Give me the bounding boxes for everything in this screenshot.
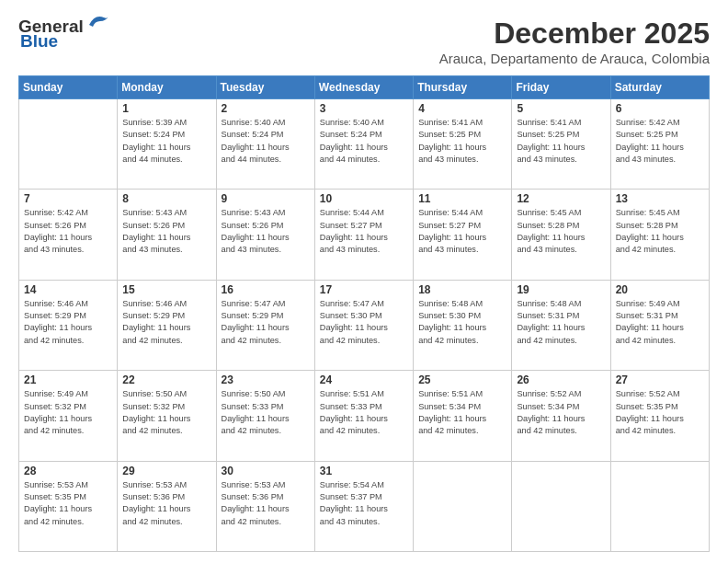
calendar-cell: 15Sunrise: 5:46 AMSunset: 5:29 PMDayligh… xyxy=(118,280,216,370)
cell-date: 23 xyxy=(222,373,310,386)
cell-daylight-line1: Daylight: 11 hours xyxy=(418,414,486,423)
calendar-cell: 19Sunrise: 5:48 AMSunset: 5:31 PMDayligh… xyxy=(512,280,610,370)
cell-daylight-line1: Daylight: 11 hours xyxy=(616,414,684,423)
cell-info: Sunrise: 5:51 AMSunset: 5:33 PMDaylight:… xyxy=(320,388,408,437)
cell-sunset: Sunset: 5:26 PM xyxy=(24,221,86,230)
cell-sunset: Sunset: 5:24 PM xyxy=(122,130,185,139)
cell-sunrise: Sunrise: 5:53 AM xyxy=(24,480,88,489)
cell-sunrise: Sunrise: 5:47 AM xyxy=(222,299,286,308)
cell-sunrise: Sunrise: 5:46 AM xyxy=(122,299,187,308)
cell-date: 9 xyxy=(222,192,310,205)
calendar-cell: 22Sunrise: 5:50 AMSunset: 5:32 PMDayligh… xyxy=(118,371,216,461)
cell-daylight-line1: Daylight: 11 hours xyxy=(517,233,585,242)
calendar-cell: 10Sunrise: 5:44 AMSunset: 5:27 PMDayligh… xyxy=(314,190,413,280)
cell-date: 31 xyxy=(320,465,408,477)
cell-daylight-line2: and 42 minutes. xyxy=(320,426,380,435)
cell-info: Sunrise: 5:49 AMSunset: 5:31 PMDaylight:… xyxy=(616,298,704,347)
cell-date: 2 xyxy=(222,102,310,115)
cell-info: Sunrise: 5:45 AMSunset: 5:28 PMDaylight:… xyxy=(517,207,605,256)
cell-date: 25 xyxy=(418,373,506,386)
calendar-cell: 24Sunrise: 5:51 AMSunset: 5:33 PMDayligh… xyxy=(314,371,413,461)
cell-info: Sunrise: 5:39 AMSunset: 5:24 PMDaylight:… xyxy=(122,117,210,166)
cell-daylight-line1: Daylight: 11 hours xyxy=(122,323,190,332)
cell-daylight-line2: and 43 minutes. xyxy=(418,155,478,164)
cell-sunrise: Sunrise: 5:48 AM xyxy=(517,299,581,308)
cell-sunrise: Sunrise: 5:41 AM xyxy=(418,118,483,127)
cell-sunset: Sunset: 5:37 PM xyxy=(320,492,382,501)
cell-sunset: Sunset: 5:29 PM xyxy=(222,311,284,320)
cell-sunset: Sunset: 5:34 PM xyxy=(517,402,579,411)
calendar-cell: 7Sunrise: 5:42 AMSunset: 5:26 PMDaylight… xyxy=(19,190,118,280)
cell-daylight-line1: Daylight: 11 hours xyxy=(222,414,290,423)
cell-info: Sunrise: 5:41 AMSunset: 5:25 PMDaylight:… xyxy=(517,117,605,166)
cell-sunrise: Sunrise: 5:51 AM xyxy=(418,389,483,398)
cell-date: 10 xyxy=(320,192,408,205)
cell-daylight-line2: and 42 minutes. xyxy=(122,336,182,345)
cell-sunrise: Sunrise: 5:54 AM xyxy=(320,480,384,489)
cell-info: Sunrise: 5:51 AMSunset: 5:34 PMDaylight:… xyxy=(418,388,506,437)
cell-sunset: Sunset: 5:35 PM xyxy=(616,402,678,411)
cell-date: 5 xyxy=(517,102,605,115)
cell-daylight-line1: Daylight: 11 hours xyxy=(320,414,388,423)
cell-daylight-line2: and 42 minutes. xyxy=(418,426,478,435)
cell-daylight-line2: and 44 minutes. xyxy=(320,155,380,164)
cell-info: Sunrise: 5:50 AMSunset: 5:32 PMDaylight:… xyxy=(122,388,210,437)
cell-sunrise: Sunrise: 5:52 AM xyxy=(517,389,581,398)
cell-sunrise: Sunrise: 5:39 AM xyxy=(122,118,187,127)
calendar-cell: 17Sunrise: 5:47 AMSunset: 5:30 PMDayligh… xyxy=(314,280,413,370)
cell-daylight-line1: Daylight: 11 hours xyxy=(122,233,190,242)
calendar-day-header: Friday xyxy=(512,76,610,99)
cell-daylight-line2: and 42 minutes. xyxy=(418,336,478,345)
cell-info: Sunrise: 5:52 AMSunset: 5:35 PMDaylight:… xyxy=(616,388,704,437)
calendar-cell xyxy=(19,99,118,190)
header: General Blue December 2025 Arauca, Depar… xyxy=(18,17,710,66)
calendar-week-row: 7Sunrise: 5:42 AMSunset: 5:26 PMDaylight… xyxy=(19,190,710,280)
calendar-day-header: Monday xyxy=(118,76,216,99)
calendar-cell: 16Sunrise: 5:47 AMSunset: 5:29 PMDayligh… xyxy=(216,280,314,370)
cell-info: Sunrise: 5:43 AMSunset: 5:26 PMDaylight:… xyxy=(222,207,310,256)
cell-info: Sunrise: 5:52 AMSunset: 5:34 PMDaylight:… xyxy=(517,388,605,437)
cell-date: 19 xyxy=(517,283,605,296)
month-title: December 2025 xyxy=(439,17,710,51)
cell-info: Sunrise: 5:42 AMSunset: 5:25 PMDaylight:… xyxy=(616,117,704,166)
cell-daylight-line1: Daylight: 11 hours xyxy=(418,323,486,332)
calendar-cell: 28Sunrise: 5:53 AMSunset: 5:35 PMDayligh… xyxy=(19,461,118,551)
cell-date: 15 xyxy=(122,283,210,296)
calendar-cell: 1Sunrise: 5:39 AMSunset: 5:24 PMDaylight… xyxy=(118,99,216,190)
cell-daylight-line1: Daylight: 11 hours xyxy=(222,233,290,242)
cell-date: 12 xyxy=(517,192,605,205)
cell-sunrise: Sunrise: 5:40 AM xyxy=(222,118,286,127)
cell-date: 16 xyxy=(222,283,310,296)
cell-sunrise: Sunrise: 5:50 AM xyxy=(122,389,187,398)
cell-sunset: Sunset: 5:36 PM xyxy=(122,492,185,501)
cell-sunset: Sunset: 5:25 PM xyxy=(616,130,678,139)
cell-info: Sunrise: 5:44 AMSunset: 5:27 PMDaylight:… xyxy=(320,207,408,256)
cell-date: 11 xyxy=(418,192,506,205)
calendar-day-header: Wednesday xyxy=(314,76,413,99)
cell-date: 4 xyxy=(418,102,506,115)
cell-sunrise: Sunrise: 5:50 AM xyxy=(222,389,286,398)
cell-sunset: Sunset: 5:36 PM xyxy=(222,492,284,501)
cell-daylight-line2: and 42 minutes. xyxy=(517,336,576,345)
cell-daylight-line1: Daylight: 11 hours xyxy=(24,414,92,423)
page: General Blue December 2025 Arauca, Depar… xyxy=(0,0,728,563)
cell-sunset: Sunset: 5:32 PM xyxy=(24,402,86,411)
cell-sunset: Sunset: 5:25 PM xyxy=(418,130,481,139)
cell-info: Sunrise: 5:40 AMSunset: 5:24 PMDaylight:… xyxy=(222,117,310,166)
cell-sunrise: Sunrise: 5:49 AM xyxy=(24,389,88,398)
cell-daylight-line2: and 42 minutes. xyxy=(320,336,380,345)
cell-date: 6 xyxy=(616,102,704,115)
cell-date: 7 xyxy=(24,192,112,205)
cell-sunset: Sunset: 5:32 PM xyxy=(122,402,185,411)
calendar-day-header: Thursday xyxy=(414,76,512,99)
cell-daylight-line1: Daylight: 11 hours xyxy=(616,323,684,332)
cell-daylight-line1: Daylight: 11 hours xyxy=(122,414,190,423)
cell-info: Sunrise: 5:43 AMSunset: 5:26 PMDaylight:… xyxy=(122,207,210,256)
cell-daylight-line1: Daylight: 11 hours xyxy=(616,143,684,152)
cell-sunrise: Sunrise: 5:41 AM xyxy=(517,118,581,127)
cell-daylight-line2: and 43 minutes. xyxy=(320,517,380,526)
cell-daylight-line2: and 42 minutes. xyxy=(616,426,676,435)
title-block: December 2025 Arauca, Departamento de Ar… xyxy=(439,17,710,66)
cell-daylight-line2: and 42 minutes. xyxy=(222,426,281,435)
calendar-cell: 6Sunrise: 5:42 AMSunset: 5:25 PMDaylight… xyxy=(610,99,709,190)
